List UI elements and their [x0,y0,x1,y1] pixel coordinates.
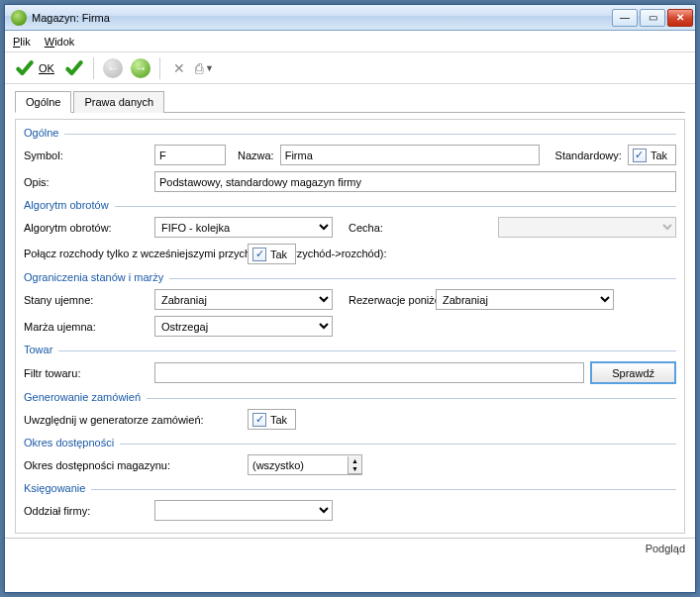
margin-label: Marża ujemna: [24,321,149,333]
group-accounting-title: Księgowanie [24,482,91,494]
check-icon: ✓ [633,149,647,162]
menu-widok[interactable]: Widok [45,36,75,48]
form-panel: Ogólne Symbol: Nazwa: Standardowy: ✓ Tak… [15,119,685,534]
forward-button[interactable]: → [129,56,152,80]
check-icon [15,58,35,78]
window-title: Magazyn: Firma [32,12,612,24]
link-label: Połącz rozchody tylko z wcześniejszymi p… [24,248,242,260]
neg-select[interactable]: Zabraniaj [154,289,333,310]
feature-select [498,217,676,238]
spin-down-icon[interactable]: ▼ [348,465,361,474]
app-icon [11,10,27,26]
algo-label: Algorytm obrotów: [24,222,149,234]
arrow-left-icon: ← [103,58,123,78]
menubar: Plik Widok [5,31,695,52]
symbol-label: Symbol: [24,149,149,161]
feature-label: Cecha: [349,222,383,234]
toolbar: OK ← → ✕ ⎙▼ [5,52,695,84]
tools-button[interactable]: ✕ [167,56,191,80]
gen-checkbox[interactable]: ✓ Tak [248,409,296,430]
group-general-title: Ogólne [24,127,64,139]
wrench-icon: ✕ [173,60,185,76]
res-label: Rezerwacje poniżej stanu: [349,294,430,306]
chevron-down-icon: ▼ [205,63,214,73]
printer-icon: ⎙ [195,60,203,76]
group-orders-title: Generowanie zamówień [24,391,147,403]
tabs: Ogólne Prawa danych [15,90,685,113]
branch-select[interactable] [154,500,333,521]
neg-label: Stany ujemne: [24,294,149,306]
symbol-input[interactable] [154,145,226,165]
filter-input[interactable] [154,362,584,383]
desc-label: Opis: [24,176,149,188]
tab-general[interactable]: Ogólne [15,91,71,113]
print-button[interactable]: ⎙▼ [195,56,214,80]
ok-button[interactable]: OK [11,56,58,80]
period-label: Okres dostępności magazynu: [24,459,242,471]
res-select[interactable]: Zabraniaj [436,289,614,310]
group-algo-title: Algorytm obrotów [24,199,115,211]
statusbar: Podgląd [5,538,695,558]
arrow-right-icon: → [131,58,150,78]
branch-label: Oddział firmy: [24,505,149,517]
period-spinner[interactable]: ▲ ▼ [248,454,362,475]
check-icon [64,58,84,78]
check-icon: ✓ [252,248,266,261]
check-button[interactable]: Sprawdź [590,361,676,384]
desc-input[interactable] [154,171,676,192]
group-goods-title: Towar [24,344,58,355]
check-icon: ✓ [252,413,266,427]
spin-up-icon[interactable]: ▲ [348,456,361,465]
standard-label: Standardowy: [555,149,622,161]
menu-plik[interactable]: Plik [13,36,31,48]
minimize-button[interactable]: — [612,9,638,27]
period-input[interactable] [249,455,348,474]
window: Magazyn: Firma — ▭ ✕ Plik Widok OK ← → ✕… [4,4,696,593]
maximize-button[interactable]: ▭ [640,9,665,27]
tab-rights[interactable]: Prawa danych [73,91,164,113]
status-text: Podgląd [646,543,685,554]
titlebar: Magazyn: Firma — ▭ ✕ [5,5,695,31]
link-checkbox[interactable]: ✓ Tak [248,244,296,264]
gen-label: Uwzględnij w generatorze zamówień: [24,414,242,426]
margin-select[interactable]: Ostrzegaj [154,316,333,337]
back-button[interactable]: ← [101,56,125,80]
confirm-button[interactable] [62,56,86,80]
close-button[interactable]: ✕ [667,9,693,27]
group-period-title: Okres dostępności [24,437,120,448]
standard-checkbox[interactable]: ✓ Tak [628,145,676,165]
algo-select[interactable]: FIFO - kolejka [154,217,333,238]
name-input[interactable] [280,145,540,165]
name-label: Nazwa: [238,149,274,161]
group-limits-title: Ograniczenia stanów i marży [24,271,169,283]
filter-label: Filtr towaru: [24,367,149,379]
